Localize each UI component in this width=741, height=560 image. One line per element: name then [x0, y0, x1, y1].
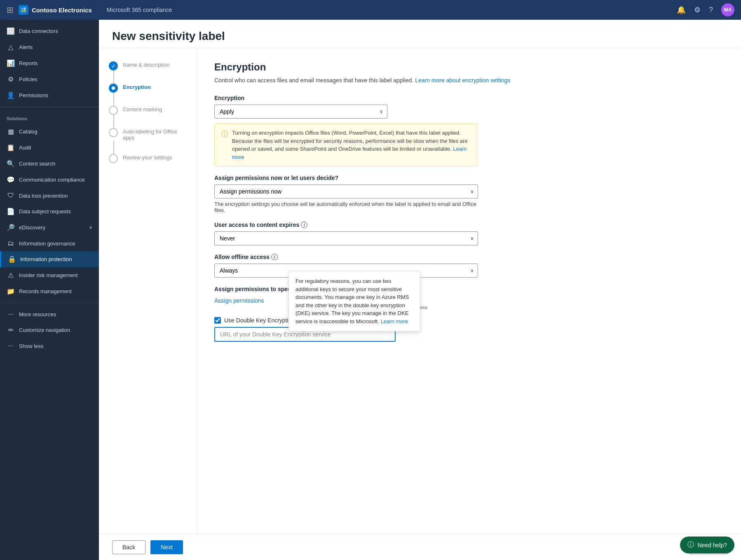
offline-access-info-icon[interactable]: i	[271, 254, 278, 260]
help-icon[interactable]: ?	[709, 6, 713, 14]
step-label-2: Encryption	[123, 84, 151, 90]
tooltip-learn-more-link[interactable]: Learn more	[381, 318, 408, 324]
dke-checkbox[interactable]	[214, 317, 221, 324]
grid-icon[interactable]: ⊞	[7, 5, 14, 15]
offline-access-label-row: Allow offline access i	[214, 254, 725, 260]
sidebar-label: Communication compliance	[19, 177, 85, 183]
sidebar-label: Show less	[19, 343, 43, 349]
sidebar-label: Records management	[19, 288, 72, 294]
sidebar-label: Audit	[19, 145, 31, 151]
sidebar-item-data-connectors[interactable]: ⬜ Data connectors	[0, 23, 99, 39]
user-access-select[interactable]: Never On a specific date A number of day…	[214, 231, 478, 245]
need-help-button[interactable]: ⓘ Need help?	[680, 537, 734, 553]
settings-icon[interactable]: ⚙	[694, 5, 701, 14]
notifications-icon[interactable]: 🔔	[677, 5, 686, 14]
chevron-down-icon: ∨	[89, 225, 92, 230]
top-nav-right: 🔔 ⚙ ? MA	[677, 3, 734, 16]
sidebar-item-policies[interactable]: ⚙ Policies	[0, 71, 99, 87]
step-circle-1: ✓	[109, 61, 118, 70]
reports-icon: 📊	[7, 59, 15, 67]
sidebar-label: Alerts	[19, 44, 33, 50]
form-description: Control who can access files and email m…	[214, 76, 725, 85]
step-circle-2	[109, 84, 118, 93]
top-nav: ⊞ Contoso Electronics Microsoft 365 comp…	[0, 0, 741, 20]
app-name: Contoso Electronics	[32, 7, 92, 14]
policies-icon: ⚙	[7, 75, 15, 83]
records-mgmt-icon: 📁	[7, 287, 15, 295]
dlp-icon: 🛡	[7, 192, 15, 199]
form-title: Encryption	[214, 61, 725, 73]
sidebar-divider-2	[0, 303, 99, 303]
step-connector-2	[113, 93, 114, 106]
sidebar-item-more-resources[interactable]: ··· More resources	[0, 306, 99, 322]
sidebar-item-insider-risk[interactable]: ⚠ Insider risk management	[0, 267, 99, 283]
sidebar-item-data-subject-requests[interactable]: 📄 Data subject requests	[0, 203, 99, 219]
step-review: Review your settings	[109, 154, 188, 163]
bottom-bar: Back Next Cancel	[99, 534, 741, 560]
content-search-icon: 🔍	[7, 160, 15, 168]
sidebar-item-content-search[interactable]: 🔍 Content search	[0, 156, 99, 172]
step-label-5: Review your settings	[123, 154, 172, 161]
avatar[interactable]: MA	[721, 3, 734, 16]
step-label-1: Name & description	[123, 61, 169, 68]
sidebar-label: Data connectors	[19, 28, 58, 34]
assign-permissions-label: Assign permissions now or let users deci…	[214, 175, 338, 181]
sidebar-item-records-management[interactable]: 📁 Records management	[0, 283, 99, 299]
sidebar-item-show-less[interactable]: ··· Show less	[0, 338, 99, 354]
step-label-4: Auto-labeling for Office apps	[123, 128, 188, 141]
app-logo: Contoso Electronics	[19, 5, 92, 15]
user-access-info-icon[interactable]: i	[301, 222, 307, 228]
sidebar-item-alerts[interactable]: △ Alerts	[0, 39, 99, 55]
ediscovery-icon: 🔎	[7, 224, 15, 231]
step-name-desc: ✓ Name & description	[109, 61, 188, 70]
warning-icon: ⓘ	[221, 129, 228, 161]
sidebar-item-reports[interactable]: 📊 Reports	[0, 55, 99, 71]
sidebar-label: Permissions	[19, 92, 48, 98]
step-connector-3	[113, 115, 114, 128]
next-button[interactable]: Next	[150, 540, 183, 554]
info-protection-icon: 🔒	[8, 255, 16, 263]
show-less-icon: ···	[7, 342, 15, 350]
sidebar-label: Insider risk management	[19, 272, 77, 278]
content-area: New sensitivity label ✓ Name & descripti…	[99, 20, 741, 560]
user-access-dropdown-wrapper: Never On a specific date A number of day…	[214, 231, 478, 245]
assign-permissions-link[interactable]: Assign permissions	[214, 297, 264, 304]
data-connectors-icon: ⬜	[7, 27, 15, 35]
step-circle-4	[109, 128, 118, 137]
offline-access-label: Allow offline access	[214, 254, 270, 260]
sidebar-item-permissions[interactable]: 👤 Permissions	[0, 87, 99, 103]
user-access-label: User access to content expires	[214, 222, 299, 228]
info-governance-icon: 🗂	[7, 240, 15, 247]
sidebar-item-information-governance[interactable]: 🗂 Information governance	[0, 236, 99, 251]
sidebar-label: More resources	[19, 311, 56, 317]
learn-more-link[interactable]: Learn more about encryption settings	[415, 77, 510, 84]
step-auto-labeling: Auto-labeling for Office apps	[109, 128, 188, 141]
comm-compliance-icon: 💬	[7, 176, 15, 184]
back-button[interactable]: Back	[112, 540, 145, 554]
insider-risk-icon: ⚠	[7, 271, 15, 279]
user-access-label-row: User access to content expires i	[214, 222, 725, 228]
sidebar-item-audit[interactable]: 📋 Audit	[0, 140, 99, 156]
encryption-select[interactable]: Apply Remove None	[214, 105, 387, 119]
svg-point-2	[21, 10, 23, 12]
sidebar-label: Data loss prevention	[19, 193, 68, 199]
sidebar-label: Customize navigation	[19, 327, 70, 333]
alerts-icon: △	[7, 43, 15, 51]
sidebar-item-customize[interactable]: ✏ Customize navigation	[0, 322, 99, 338]
assign-permissions-select[interactable]: Assign permissions now Let users assign …	[214, 184, 478, 198]
step-connector-4	[113, 141, 114, 154]
assign-permissions-label-row: Assign permissions now or let users deci…	[214, 175, 725, 181]
solutions-section-label: Solutions	[0, 110, 99, 124]
sidebar-label: Catalog	[19, 128, 38, 135]
sidebar-label: Content search	[19, 161, 55, 167]
sidebar-divider	[0, 107, 99, 107]
step-label-3: Content marking	[123, 106, 162, 112]
step-connector-1	[113, 70, 114, 84]
sidebar-item-ediscovery[interactable]: 🔎 eDiscovery ∨	[0, 219, 99, 236]
suite-title: Microsoft 365 compliance	[107, 7, 172, 13]
assign-permissions-helper: The encryption settings you choose will …	[214, 201, 478, 213]
sidebar-item-catalog[interactable]: ▦ Catalog	[0, 124, 99, 140]
sidebar-item-communication-compliance[interactable]: 💬 Communication compliance	[0, 172, 99, 188]
sidebar-item-information-protection[interactable]: 🔒 Information protection	[0, 251, 99, 267]
sidebar-item-data-loss-prevention[interactable]: 🛡 Data loss prevention	[0, 188, 99, 203]
